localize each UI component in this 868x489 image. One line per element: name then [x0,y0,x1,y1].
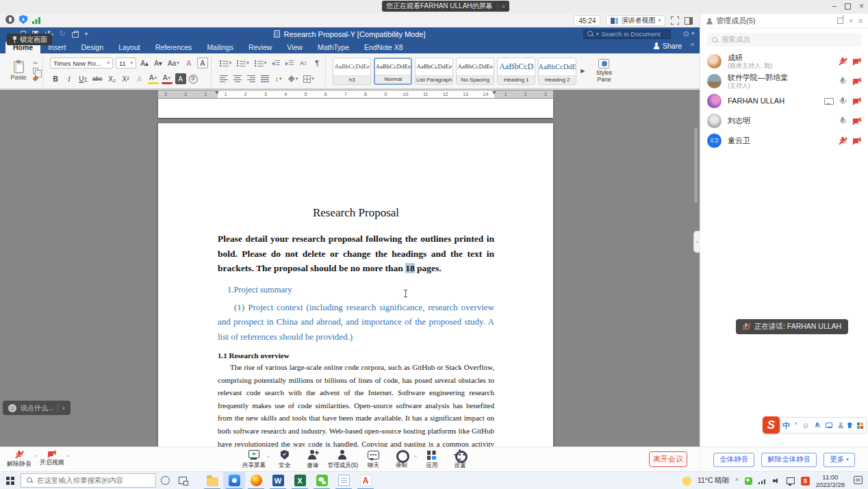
ime-toolbox-icon[interactable] [857,423,862,429]
italic-button[interactable]: I [64,73,75,84]
wechat-tray-icon[interactable] [745,477,752,485]
word-scrollbar[interactable] [694,100,698,442]
camera-icon[interactable] [853,58,861,64]
styles-pane-button[interactable]: Styles Pane [589,59,619,83]
toolbar-button[interactable]: 安全 [272,449,298,470]
sogou-ime-icon[interactable]: S [763,416,780,434]
mic-icon[interactable] [839,117,846,125]
borders-button[interactable]: ▾ [302,73,316,84]
leave-meeting-button[interactable]: 离开会议 [649,451,687,467]
unmute-button[interactable]: 解除静音 [7,449,31,468]
sort-button[interactable]: A↕ [298,58,309,68]
style-option[interactable]: AaBbCcD Heading 1 [497,58,535,85]
ribbon-tab[interactable]: Layout [111,42,148,53]
taskbar-app[interactable]: X [289,472,311,489]
taskbar-app[interactable]: W [267,472,289,489]
mic-icon[interactable] [839,137,846,145]
taskbar-app[interactable] [223,472,245,489]
quick-chat-pill[interactable]: ☺ 说点什么... ‹ [3,401,71,415]
feedback-smiley-button[interactable]: ☺ ▾ [682,29,694,38]
notification-center-icon[interactable] [854,476,863,484]
underline-button[interactable]: U▾ [77,73,88,84]
taskbar-app[interactable] [311,472,333,489]
indent-marker-right[interactable] [492,91,496,95]
participant-row[interactable]: 云卫 童云卫 [700,131,868,151]
camera-icon[interactable] [853,138,861,144]
mic-options-icon[interactable]: ^ [34,453,37,460]
superscript-button[interactable]: X² [120,73,131,84]
style-option[interactable]: AaBbCcDdE Heading 2 [538,58,576,85]
paste-button[interactable]: Paste [5,61,31,81]
word-search-input[interactable]: ▾ Search in Document [583,29,671,39]
weather-text[interactable]: 11°C 晴朗 [698,476,730,486]
taskbar-search-input[interactable]: 在这里输入你要搜索的内容 [21,473,156,488]
toolbar-button[interactable]: 应用 [419,449,445,470]
mute-all-button[interactable]: 全体静音 [713,453,754,467]
grow-font-button[interactable]: A▴ [139,58,150,68]
decrease-indent-button[interactable] [270,58,281,68]
taskbar-app[interactable] [333,472,355,489]
sidebar-toggle-icon[interactable] [685,17,693,25]
toolbar-button[interactable]: 设置 [447,449,473,470]
participant-row[interactable]: 成研 (联席主持人, 我) [700,51,868,71]
start-video-button[interactable]: 开启视频 [40,449,64,467]
camera-icon[interactable] [853,118,861,124]
character-border-button[interactable]: A [197,58,208,68]
share-button[interactable]: Share [653,42,682,50]
font-size-select[interactable]: 11▾ [116,58,136,68]
taskbar-clock[interactable]: 11:00 2022/2/28 [816,473,845,489]
document-page[interactable]: Research Proposal Please detail your res… [158,123,553,447]
toolbar-button[interactable]: 管理成员(5) [328,449,358,470]
redo-button[interactable]: ↻ [60,29,66,38]
unmute-all-button[interactable]: 解除全体静音 [761,453,817,467]
toolbar-caret-icon[interactable]: ^ [414,454,417,460]
maximize-button[interactable] [845,3,851,10]
ribbon-tab[interactable]: Design [73,42,111,53]
align-center-button[interactable] [232,73,243,84]
toolbar-button[interactable]: 共享屏幕 [241,449,267,470]
panel-collapse-handle[interactable]: ‹ [693,231,700,253]
minimize-button[interactable]: – [832,1,837,11]
ime-skin-icon[interactable] [847,423,853,428]
bold-button[interactable]: B [50,73,61,84]
character-shading-button[interactable]: A [175,73,186,84]
font-name-select[interactable]: Times New Ro...▾ [50,58,113,68]
ribbon-tab[interactable]: Review [241,42,279,53]
more-button[interactable]: 更多▾ [824,453,855,467]
align-left-button[interactable] [218,73,229,84]
view-mode-button[interactable]: 演讲者视图 ▾ [606,15,665,26]
fullscreen-icon[interactable] [671,16,679,25]
align-right-button[interactable] [246,73,257,84]
task-view-button[interactable] [174,477,192,484]
video-options-icon[interactable]: ^ [67,453,70,460]
collapse-chat-icon[interactable]: ‹ [62,404,64,412]
popout-panel-icon[interactable] [837,18,843,24]
ribbon-tab[interactable]: Mailings [199,42,241,53]
participant-row[interactable]: FARHAN ULLAH [700,91,868,111]
start-button[interactable] [0,477,21,485]
styles-gallery-next-icon[interactable]: ▶ [579,68,586,74]
ime-punctuation-icon[interactable]: ’ [795,421,797,429]
subscript-button[interactable]: X₂ [107,73,118,84]
ribbon-tab[interactable]: View [279,42,310,53]
style-option[interactable]: AaBbCcDdEe List Paragraph [415,58,453,85]
mic-icon[interactable] [839,97,846,105]
meeting-info-icon[interactable] [5,15,14,24]
ime-account-icon[interactable] [837,423,841,429]
numbering-button[interactable]: ▾ [235,58,251,68]
style-option[interactable]: AaBbCcDdEe No Spacing [456,58,494,85]
ime-keyboard-icon[interactable] [826,423,832,428]
multilevel-list-button[interactable]: ▾ [253,58,268,68]
ime-emoji-icon[interactable]: ☺ [802,421,809,429]
toolbar-button[interactable]: 邀请 [300,449,326,470]
member-search-input[interactable]: 搜索成员 [707,33,862,47]
highlight-color-button[interactable]: A▾ [148,73,159,84]
toolbar-button[interactable]: 录制 [388,449,414,470]
ime-voice-icon[interactable] [815,422,821,428]
strikethrough-button[interactable]: abc [91,73,104,84]
ribbon-tab[interactable]: References [148,42,200,53]
display-icon[interactable] [787,477,795,484]
enclose-characters-button[interactable]: 字 [189,75,198,84]
copy-icon[interactable] [33,68,38,74]
justify-button[interactable] [259,73,270,84]
